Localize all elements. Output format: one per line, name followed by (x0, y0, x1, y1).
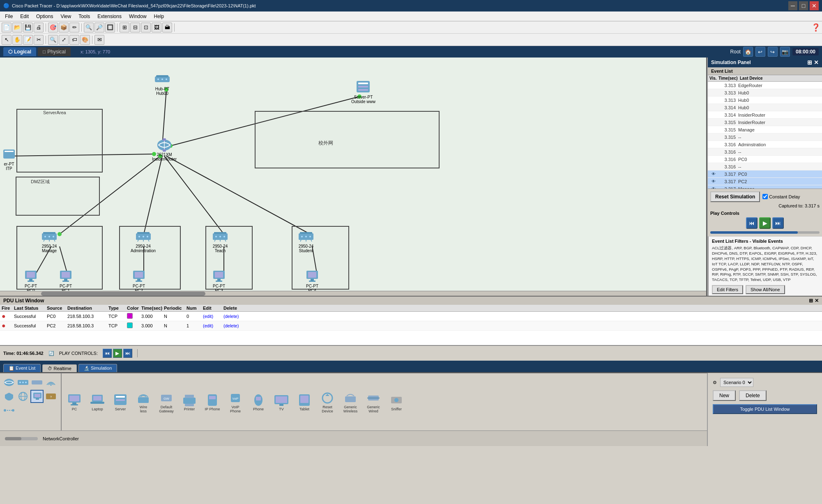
place-note[interactable]: 📝 (23, 35, 33, 45)
reset-simulation-button[interactable]: Reset Simulation (710, 191, 760, 202)
constant-delay-checkbox[interactable] (762, 194, 768, 199)
node-server-itp[interactable]: er-PTITP (1, 147, 17, 171)
home-btn[interactable]: 🏠 (743, 47, 753, 57)
open-btn[interactable]: 📂 (12, 23, 22, 32)
back-btn[interactable]: ↩ (755, 47, 765, 57)
node-pc3[interactable]: PC-PTPC3 (211, 269, 227, 293)
event-row[interactable]: 👁 3.317 PC2 (708, 178, 822, 185)
status-play-btn[interactable]: ▶ (113, 349, 122, 358)
pdu-delete-btn[interactable]: (delete) (223, 314, 248, 319)
activity-wizard-btn[interactable]: 🎯 (48, 23, 58, 32)
cat-end-devices[interactable] (30, 390, 44, 403)
event-row[interactable]: 3.316 Adminstration (708, 141, 822, 148)
node-pc2[interactable]: PC-PTPC2 (131, 269, 147, 293)
pdu-edit-btn[interactable]: (edit) (203, 314, 223, 319)
forward-btn[interactable]: ↪ (768, 47, 778, 57)
camera-btn[interactable]: 📷 (780, 47, 790, 57)
node-insider-router[interactable]: 2621XMInsiderRouter (152, 138, 177, 161)
status-forward-btn[interactable]: ⏭ (123, 349, 132, 358)
sim-panel-close-btn[interactable]: ✕ (814, 59, 819, 66)
maximize-btn[interactable]: □ (799, 1, 808, 10)
new-btn[interactable]: 📄 (2, 23, 12, 32)
node-administration[interactable]: 2950-24Adminstration (131, 229, 156, 253)
event-row[interactable]: 3.314 Hub0 (708, 104, 822, 111)
event-table[interactable]: 3.313 EdgeRouter 3.313 Hub0 3.313 Hub0 3… (708, 82, 822, 189)
pdu-row[interactable]: ● Successful PC2 218.58.100.3 TCP 3.000 … (0, 321, 822, 331)
device-item-phone[interactable]: Phone (248, 393, 269, 411)
delete-scenario-btn[interactable]: Delete (739, 390, 767, 401)
device-item-tv[interactable]: TV (271, 393, 292, 411)
tab-logical[interactable]: ⬡ Logical (3, 47, 36, 56)
custom5-btn[interactable]: 🏔 (162, 23, 172, 32)
menu-view[interactable]: View (57, 13, 74, 20)
node-manage[interactable]: 2950-24Manage (41, 229, 58, 253)
event-row[interactable]: 3.313 EdgeRouter (708, 82, 822, 89)
event-row[interactable]: 3.313 Hub0 (708, 89, 822, 97)
device-item-gen-wired[interactable]: GenericWired (363, 391, 384, 413)
cat-multiuser[interactable] (2, 404, 16, 417)
color-tool[interactable]: 🎨 (80, 35, 90, 45)
cat-custom[interactable]: ? (44, 390, 58, 403)
device-item-printer[interactable]: Printer (179, 393, 200, 411)
nav-tab-simulation[interactable]: 🔬 Simulation (78, 364, 117, 372)
event-row[interactable]: 3.315 -- (708, 133, 822, 141)
custom2-btn[interactable]: ⊟ (130, 23, 140, 32)
custom3-btn[interactable]: ⊡ (141, 23, 151, 32)
inspect-tool[interactable]: 🔍 (48, 35, 58, 45)
pdu-expand-btn[interactable]: ⊞ (809, 298, 813, 304)
cat-wireless[interactable] (44, 376, 58, 389)
pkt-btn[interactable]: 📦 (59, 23, 69, 32)
menu-help[interactable]: Help (151, 13, 168, 20)
menu-file[interactable]: File (2, 13, 16, 20)
menu-tools[interactable]: Tools (75, 13, 93, 20)
device-item-laptop[interactable]: Laptop (87, 393, 108, 411)
toggle-pdu-btn[interactable]: Toggle PDU List Window (713, 404, 817, 414)
save-btn[interactable]: 💾 (23, 23, 33, 32)
envelope-tool[interactable]: ✉ (94, 35, 104, 45)
device-item-sniffer[interactable]: Sniffer (386, 393, 407, 411)
move-tool[interactable]: ✋ (12, 35, 22, 45)
device-item-reset[interactable]: ResetDevice (317, 391, 338, 413)
event-row[interactable]: 3.316 -- (708, 148, 822, 156)
device-item-ip-phone[interactable]: IP Phone (202, 393, 223, 411)
device-item-pc[interactable]: PC (64, 393, 85, 411)
tag-tool[interactable]: 🏷 (69, 35, 79, 45)
play-btn[interactable]: ▶ (759, 217, 771, 229)
menu-edit[interactable]: Edit (17, 13, 32, 20)
cat-routers[interactable] (2, 376, 16, 389)
status-back-btn[interactable]: ⏮ (103, 349, 112, 358)
cat-switches[interactable] (16, 376, 30, 389)
nav-tab-event-list[interactable]: 📋 Event List (3, 364, 41, 372)
help-btn[interactable]: ❓ (811, 23, 820, 32)
pdu-delete-btn[interactable]: (delete) (223, 323, 248, 328)
device-item-tablet[interactable]: Tablet (294, 393, 315, 411)
zoom-reset-btn[interactable]: 🔲 (105, 23, 115, 32)
event-row[interactable]: 👁 3.317 Manage (708, 185, 822, 189)
event-row[interactable]: 👁 3.317 PC0 (708, 170, 822, 178)
annotate-btn[interactable]: ✏ (69, 23, 79, 32)
custom1-btn[interactable]: ⊞ (120, 23, 129, 32)
network-canvas[interactable]: ServerArea DMZ区域 校外网 Hub-PTHub00 2621XMI… (0, 58, 707, 296)
node-teach[interactable]: 2950-24Teach (212, 229, 228, 253)
device-item-server[interactable]: Server (110, 393, 131, 411)
sim-panel-expand-btn[interactable]: ⊞ (807, 59, 812, 66)
show-all-none-btn[interactable]: Show All/None (746, 285, 785, 294)
canvas-hscrollbar[interactable] (0, 291, 706, 296)
resize-tool[interactable]: ⤢ (59, 35, 69, 45)
delete-tool[interactable]: ✂ (34, 35, 44, 45)
device-item-voip[interactable]: VoIP VoIPPhone (225, 391, 246, 413)
event-row[interactable]: 3.315 Manage (708, 126, 822, 133)
minimize-btn[interactable]: ─ (788, 1, 797, 10)
cat-security[interactable] (2, 390, 16, 403)
zoom-in-btn[interactable]: 🔍 (84, 23, 94, 32)
menu-window[interactable]: Window (126, 13, 150, 20)
custom4-btn[interactable]: 🖼 (152, 23, 161, 32)
cat-wan[interactable] (16, 390, 30, 403)
event-row[interactable]: 3.314 InsiderRouter (708, 111, 822, 119)
node-hub0[interactable]: Hub-PTHub00 (154, 72, 170, 96)
play-back-btn[interactable]: ⏮ (746, 217, 758, 229)
print-btn[interactable]: 🖨 (34, 23, 44, 32)
node-student[interactable]: 2950-24Student (298, 229, 314, 253)
event-row[interactable]: 3.316 -- (708, 163, 822, 170)
cat-hubs[interactable] (30, 376, 44, 389)
